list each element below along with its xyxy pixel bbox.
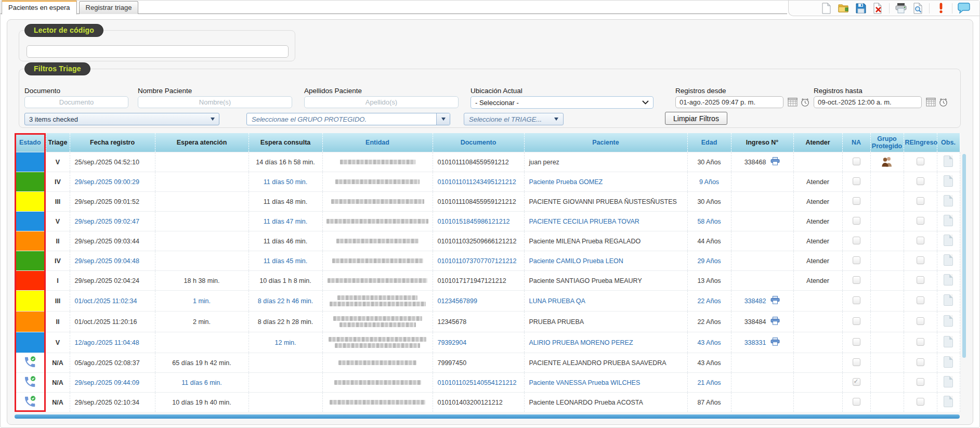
print-row-icon[interactable] bbox=[770, 338, 780, 347]
na-checkbox[interactable] bbox=[853, 256, 860, 264]
fecha-registro: 01/oct./2025 11:20:16 bbox=[70, 312, 155, 332]
table-row[interactable]: III 29/sep./2025 09:01:52 11 días 48 min… bbox=[15, 192, 960, 212]
vertical-scrollbar[interactable] bbox=[962, 154, 966, 358]
obs-icon[interactable] bbox=[944, 356, 953, 368]
obs-icon[interactable] bbox=[944, 195, 953, 206]
calendar-icon[interactable] bbox=[926, 97, 936, 109]
horizontal-scrollbar[interactable] bbox=[15, 414, 960, 419]
reingreso-checkbox[interactable] bbox=[917, 338, 924, 346]
obs-icon[interactable] bbox=[944, 235, 953, 246]
nombre-paciente-input[interactable] bbox=[138, 96, 292, 108]
reingreso-checkbox[interactable] bbox=[917, 197, 924, 205]
new-document-icon[interactable] bbox=[818, 2, 835, 15]
print-icon[interactable] bbox=[892, 2, 909, 15]
tab-pacientes-en-espera[interactable]: Pacientes en espera bbox=[2, 0, 77, 15]
print-row-icon[interactable] bbox=[770, 157, 780, 165]
triage-select[interactable]: Seleccione el TRIAGE... bbox=[464, 113, 564, 125]
reingreso-checkbox[interactable] bbox=[917, 256, 924, 264]
alert-exclamation-icon[interactable] bbox=[932, 2, 949, 15]
reingreso-cell bbox=[904, 231, 937, 251]
obs-icon[interactable] bbox=[944, 215, 953, 226]
registros-hasta-input[interactable] bbox=[814, 96, 922, 108]
na-checkbox[interactable] bbox=[853, 276, 860, 284]
table-row[interactable]: II 29/sep./2025 09:03:44 11 días 46 min.… bbox=[15, 231, 960, 251]
reingreso-checkbox[interactable] bbox=[917, 237, 924, 244]
print-preview-icon[interactable] bbox=[909, 2, 926, 15]
table-row[interactable]: II 01/oct./2025 11:20:16 2 min. 8 días 2… bbox=[15, 312, 960, 332]
obs-icon[interactable] bbox=[944, 315, 953, 327]
grupo-protegido-cell bbox=[870, 231, 904, 251]
reingreso-checkbox[interactable] bbox=[917, 317, 924, 325]
ubicacion-actual-select[interactable]: - Seleccionar - bbox=[471, 96, 654, 109]
atender-link[interactable]: Atender bbox=[806, 257, 829, 265]
na-checkbox[interactable] bbox=[853, 296, 860, 304]
obs-icon[interactable] bbox=[944, 336, 953, 347]
reingreso-checkbox[interactable] bbox=[917, 398, 924, 406]
na-checkbox[interactable] bbox=[853, 398, 860, 406]
na-checkbox[interactable] bbox=[853, 378, 860, 386]
na-checkbox[interactable] bbox=[853, 217, 860, 225]
atender-link[interactable]: Atender bbox=[806, 277, 829, 284]
table-row[interactable]: V 12/ago./2025 11:04:48 12 min. 79392904… bbox=[15, 332, 960, 353]
print-row-icon[interactable] bbox=[770, 317, 780, 325]
atender-link[interactable]: Atender bbox=[806, 218, 829, 225]
reingreso-checkbox[interactable] bbox=[917, 378, 924, 386]
reingreso-checkbox[interactable] bbox=[917, 158, 924, 165]
print-row-icon[interactable] bbox=[770, 317, 780, 327]
print-row-icon[interactable] bbox=[770, 338, 780, 346]
apellidos-paciente-input[interactable] bbox=[304, 96, 459, 108]
obs-icon[interactable] bbox=[944, 294, 953, 306]
na-checkbox[interactable] bbox=[853, 338, 860, 346]
obs-icon[interactable] bbox=[944, 175, 953, 187]
print-row-icon[interactable] bbox=[770, 296, 780, 306]
obs-icon[interactable] bbox=[944, 274, 953, 286]
table-row[interactable]: III 01/oct./2025 11:02:34 1 min. 8 días … bbox=[15, 291, 960, 312]
clock-icon[interactable] bbox=[938, 97, 948, 109]
obs-icon[interactable] bbox=[944, 396, 953, 407]
reingreso-checkbox[interactable] bbox=[917, 276, 924, 284]
edad-value: 87 Años bbox=[687, 393, 731, 412]
open-folder-icon[interactable] bbox=[835, 2, 852, 15]
dropdown-arrow-button[interactable] bbox=[436, 113, 450, 125]
table-row[interactable]: N/A 05/ago./2025 02:08:37 65 días 19 h 4… bbox=[15, 353, 960, 373]
reingreso-checkbox[interactable] bbox=[917, 217, 924, 225]
save-icon[interactable] bbox=[852, 2, 869, 15]
table-row[interactable]: V 25/sep./2025 04:52:10 14 días 16 h 58 … bbox=[15, 152, 960, 172]
delete-record-icon[interactable] bbox=[869, 2, 886, 15]
obs-icon[interactable] bbox=[944, 155, 953, 167]
table-row[interactable]: N/A 29/sep./2025 09:44:09 11 días 6 min.… bbox=[15, 373, 960, 393]
estado-multiselect[interactable]: 3 items checked bbox=[24, 113, 219, 125]
grupo-protegido-select[interactable]: Seleccionae el GRUPO PROTEGIDO. bbox=[246, 113, 450, 125]
atender-link[interactable]: Atender bbox=[806, 178, 829, 186]
obs-icon[interactable] bbox=[944, 254, 953, 266]
table-row[interactable]: IV 29/sep./2025 09:00:29 11 días 50 min.… bbox=[15, 172, 960, 192]
na-checkbox[interactable] bbox=[853, 158, 860, 165]
na-cell bbox=[842, 291, 870, 312]
reingreso-checkbox[interactable] bbox=[917, 296, 924, 304]
na-checkbox[interactable] bbox=[853, 197, 860, 205]
reingreso-checkbox[interactable] bbox=[917, 358, 924, 366]
obs-icon[interactable] bbox=[944, 376, 953, 387]
table-row[interactable]: N/A 29/sep./2025 02:10:34 10 días 19 h 4… bbox=[15, 393, 960, 412]
na-checkbox[interactable] bbox=[853, 317, 860, 325]
atender-link[interactable]: Atender bbox=[806, 198, 829, 205]
na-checkbox[interactable] bbox=[853, 237, 860, 244]
na-checkbox[interactable] bbox=[853, 358, 860, 366]
documento-filter-input[interactable] bbox=[24, 96, 128, 108]
atender-link[interactable]: Atender bbox=[806, 238, 829, 245]
clock-icon[interactable] bbox=[800, 97, 810, 109]
comment-bubble-icon[interactable] bbox=[955, 2, 972, 15]
table-row[interactable]: V 29/sep./2025 09:02:47 11 días 47 min. … bbox=[15, 212, 960, 231]
reingreso-checkbox[interactable] bbox=[917, 177, 924, 185]
column-header-documento: Documento bbox=[433, 133, 524, 152]
registros-desde-input[interactable] bbox=[675, 96, 783, 108]
calendar-icon[interactable] bbox=[788, 97, 798, 109]
tab-registrar-triage[interactable]: Registrar triage bbox=[79, 1, 139, 14]
print-row-icon[interactable] bbox=[770, 296, 780, 304]
limpiar-filtros-button[interactable]: Limpiar Filtros bbox=[665, 112, 727, 125]
table-row[interactable]: IV 29/sep./2025 09:04:48 11 días 45 min.… bbox=[15, 251, 960, 271]
print-row-icon[interactable] bbox=[770, 157, 780, 167]
lector-codigo-input[interactable] bbox=[27, 45, 289, 58]
na-checkbox[interactable] bbox=[853, 177, 860, 185]
table-row[interactable]: I 29/sep./2025 02:04:24 18 h 38 min. 10 … bbox=[15, 271, 960, 291]
